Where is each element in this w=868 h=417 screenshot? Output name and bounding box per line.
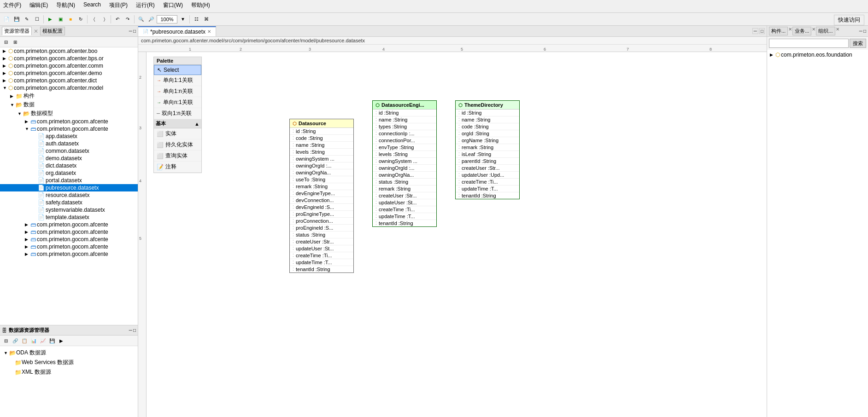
- datasource-item-webservices[interactable]: ▶ 📁 Web Services 数据源: [2, 358, 136, 367]
- palette-relation-1[interactable]: → 单向1:1关联: [154, 75, 201, 86]
- datasource-item-oda[interactable]: ▼ 📂 ODA 数据源: [2, 348, 136, 358]
- quick-access-button[interactable]: 快速访问: [834, 15, 864, 25]
- tree-item-afcente1[interactable]: ▶ 🗃 com.primeton.gocom.afcente: [0, 118, 138, 125]
- tab-bar-maximize[interactable]: □: [759, 28, 765, 34]
- menu-run[interactable]: 运行(R): [135, 1, 156, 12]
- tree-item-data[interactable]: ▼ 📂 数据: [0, 100, 138, 109]
- tree-item-dict2[interactable]: ▶ 📄 dict.datasetx: [0, 162, 138, 169]
- minimize-btn[interactable]: ─: [129, 29, 132, 34]
- menu-search[interactable]: Search: [82, 1, 102, 12]
- right-maximize-btn[interactable]: □: [863, 29, 866, 34]
- menu-nav[interactable]: 导航(N): [55, 1, 76, 12]
- palette-comment[interactable]: 📝 注释: [154, 162, 201, 173]
- right-tab-yewu[interactable]: 业务...: [792, 27, 811, 35]
- right-tab-close-1[interactable]: ✕: [788, 27, 792, 35]
- tree-arrow-afcente1[interactable]: ▶: [25, 119, 30, 124]
- menu-project[interactable]: 项目(P): [108, 1, 129, 12]
- tree-item-auth[interactable]: ▶ 📄 auth.datasetx: [0, 140, 138, 147]
- right-tab-close-2[interactable]: ✕: [812, 27, 815, 35]
- tree-arrow-afcente2[interactable]: ▼: [25, 127, 30, 131]
- right-tree-item-eos[interactable]: ▶ ⬡ com.primeton.eos.foundation: [768, 51, 867, 59]
- right-tree[interactable]: ▶ ⬡ com.primeton.eos.foundation: [767, 50, 868, 417]
- tree-item-safety[interactable]: ▶ 📄 safety.datasetx: [0, 199, 138, 206]
- tree-item-afcente3[interactable]: ▶ 🗃 com.primeton.gocom.afcente: [0, 221, 138, 228]
- tree-arrow-dict[interactable]: ▶: [3, 78, 8, 83]
- right-tab-close-3[interactable]: ✕: [836, 27, 839, 35]
- tree-arrow-datamodel[interactable]: ▼: [18, 111, 23, 116]
- tree-item-app[interactable]: ▶ 📄 app.datasetx: [0, 133, 138, 140]
- toolbar-btn-1[interactable]: 📄: [2, 15, 11, 24]
- tree-item-model[interactable]: ▼ ⬡ com.primeton.gocom.afcenter.model: [0, 84, 138, 92]
- bottom-toolbar-btn-6[interactable]: 💾: [48, 336, 56, 345]
- toolbar-btn-6[interactable]: ▣: [56, 15, 65, 24]
- bottom-minimize-btn[interactable]: ─: [129, 328, 132, 333]
- tree-collapse-all[interactable]: ⊟: [2, 38, 10, 46]
- tab-pubresource[interactable]: 📄 *pubresource.datasetx ✕: [138, 26, 216, 36]
- bottom-panel-content[interactable]: ▼ 📂 ODA 数据源 ▶ 📁 Web Services 数据源 ▶ 📁 XML…: [0, 346, 138, 417]
- tree-arrow-boo[interactable]: ▶: [3, 49, 8, 53]
- bottom-toolbar-btn-3[interactable]: 📋: [20, 336, 29, 345]
- tree-item-afcente4[interactable]: ▶ 🗃 com.primeton.gocom.afcente: [0, 228, 138, 236]
- tab-template-config[interactable]: 模板配置: [40, 27, 65, 35]
- right-tab-gouwu[interactable]: 构件...: [769, 27, 788, 35]
- tree-link[interactable]: ⊞: [11, 38, 19, 46]
- entity-datasource[interactable]: ⬡ Datasource ⁚id :String ⁚code :String ⁚…: [289, 119, 354, 273]
- tab-resource-manager[interactable]: 资源管理器: [2, 27, 32, 35]
- tree-item-systemvariable[interactable]: ▶ 📄 systemvariable.datasetx: [0, 206, 138, 214]
- tree-item-template[interactable]: ▶ 📄 template.datasetx: [0, 214, 138, 221]
- tab-bar-minimize[interactable]: ─: [752, 28, 758, 34]
- tree-item-demo2[interactable]: ▶ 📄 demo.datasetx: [0, 155, 138, 162]
- toolbar-zoom-in[interactable]: 🔎: [147, 15, 156, 24]
- toolbar-grid[interactable]: ☷: [192, 15, 201, 24]
- canvas-area[interactable]: 1 2 3 4 5 6 7 8 2 3 4 5: [138, 45, 767, 417]
- right-search-button[interactable]: 搜索: [850, 39, 866, 48]
- tree-item-demo[interactable]: ▶ ⬡ com.primeton.gocom.afcenter.demo: [0, 70, 138, 77]
- tree-item-common[interactable]: ▶ 📄 common.datasetx: [0, 147, 138, 155]
- tree-arrow-model[interactable]: ▼: [3, 86, 8, 90]
- bottom-toolbar-btn-1[interactable]: ⊟: [2, 336, 10, 345]
- tree-arrow-comm[interactable]: ▶: [3, 64, 8, 68]
- zoom-input[interactable]: 100%: [157, 15, 177, 23]
- palette-relation-3[interactable]: → 单向n:1关联: [154, 97, 201, 108]
- palette-query-entity[interactable]: ⬜ 查询实体: [154, 151, 201, 162]
- bottom-maximize-btn[interactable]: □: [133, 328, 136, 333]
- right-search-input[interactable]: [769, 39, 849, 48]
- toolbar-btn-4[interactable]: ☐: [32, 15, 41, 24]
- toolbar-zoom-btn[interactable]: ▼: [178, 15, 188, 24]
- toolbar-zoom-out[interactable]: 🔍: [136, 15, 146, 24]
- menu-file[interactable]: 文件(F): [2, 1, 23, 12]
- tree-item-portal[interactable]: ▶ 📄 portal.datasetx: [0, 177, 138, 184]
- palette-persistent-entity[interactable]: ⬜ 持久化实体: [154, 139, 201, 151]
- tab-close-btn[interactable]: ✕: [207, 29, 211, 34]
- tree-item-afcente7[interactable]: ▶ 🗃 com.primeton.gocom.afcente: [0, 250, 138, 258]
- tree-arrow-eos[interactable]: ▶: [770, 52, 775, 57]
- palette-entity[interactable]: ⬜ 实体: [154, 128, 201, 139]
- toolbar-btn-5[interactable]: ▶: [46, 15, 55, 24]
- palette-relation-2[interactable]: → 单向1:n关联: [154, 86, 201, 97]
- tree-arrow-afcente6[interactable]: ▶: [25, 244, 30, 249]
- section-arrow[interactable]: ▲: [194, 121, 199, 127]
- tree-item-dict[interactable]: ▶ ⬡ com.primeton.gocom.afcenter.dict: [0, 77, 138, 84]
- tree-item-pubresource[interactable]: ▶ 📄 pubresource.datasetx: [0, 184, 138, 191]
- tree-item-afcente5[interactable]: ▶ 🗃 com.primeton.gocom.afcente: [0, 236, 138, 243]
- tree-item-boo[interactable]: ▶ ⬡ com.primeton.gocom.afcenter.boo: [0, 47, 138, 55]
- tree-item-datamodel[interactable]: ▼ 📂 数据模型: [0, 109, 138, 118]
- tree-arrow-bps[interactable]: ▶: [3, 56, 8, 61]
- tree-arrow-demo[interactable]: ▶: [3, 71, 8, 75]
- bottom-toolbar-btn-2[interactable]: 🔗: [11, 336, 19, 345]
- tree-arrow-afcente4[interactable]: ▶: [25, 230, 30, 234]
- palette-relation-4[interactable]: ─ 双向1:n关联: [154, 108, 201, 119]
- tree-item-org[interactable]: ▶ 📄 org.datasetx: [0, 169, 138, 177]
- tree-container[interactable]: ▶ ⬡ com.primeton.gocom.afcenter.boo ▶ ⬡ …: [0, 47, 138, 325]
- bottom-toolbar-btn-5[interactable]: 📈: [39, 336, 47, 345]
- tree-item-gouwu[interactable]: ▶ 📁 构件: [0, 92, 138, 100]
- tree-arrow-afcente3[interactable]: ▶: [25, 222, 30, 227]
- toolbar-btn-10[interactable]: 〉: [100, 15, 109, 24]
- entity-datasource-engine[interactable]: ⬡ DatasourceEngi... ⁚id :String ⁚name :S…: [372, 100, 437, 227]
- tree-arrow-gouwu[interactable]: ▶: [10, 94, 16, 98]
- tree-arrow-afcente7[interactable]: ▶: [25, 252, 30, 256]
- tree-arrow-afcente5[interactable]: ▶: [25, 237, 30, 242]
- toolbar-undo[interactable]: ↶: [113, 15, 122, 24]
- menu-window[interactable]: 窗口(W): [162, 1, 184, 12]
- tree-item-comm[interactable]: ▶ ⬡ com.primeton.gocom.afcenter.comm: [0, 62, 138, 70]
